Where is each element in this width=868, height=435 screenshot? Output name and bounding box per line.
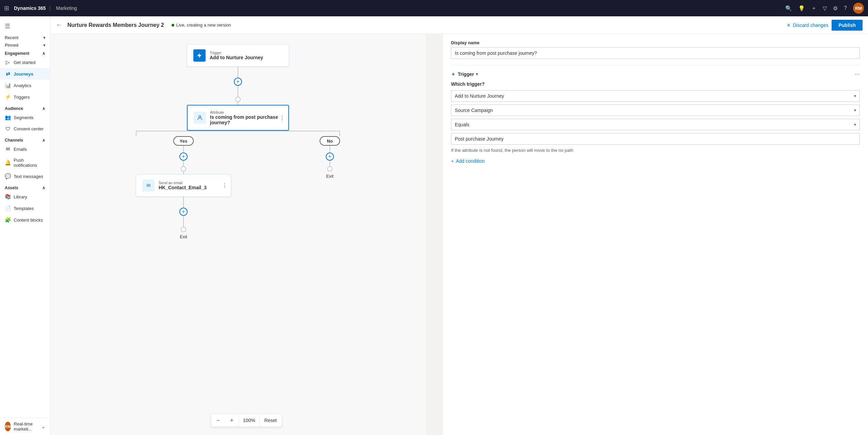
connector-line-3	[238, 102, 238, 105]
templates-icon: 📄	[5, 205, 11, 211]
trigger-dropdown[interactable]: Add to Nurture Journey ▾	[451, 90, 860, 102]
secondbar-actions: ✕ Discard changes Publish	[787, 20, 863, 31]
push-notifications-label: Push notifications	[14, 158, 45, 168]
content-blocks-label: Content blocks	[14, 218, 43, 223]
yes-label: Yes	[173, 136, 194, 146]
sidebar-bottom[interactable]: RM Real-time marketi... ⌄	[0, 418, 50, 435]
sidebar-item-content-blocks[interactable]: 🧩 Content blocks	[0, 214, 50, 226]
secondbar: ← Nurture Rewards Members Journey 2 Live…	[50, 16, 868, 34]
sidebar-recent[interactable]: Recent ▾	[5, 35, 45, 40]
no-add-step-button[interactable]: +	[326, 152, 334, 161]
user-avatar[interactable]: RM	[853, 3, 864, 14]
audience-section-label: Audience	[5, 106, 23, 111]
attribute-node-more-button[interactable]: ⋮	[279, 115, 285, 121]
status-badge: Live, creating a new version	[172, 22, 231, 28]
topbar: ⊞ Dynamics 365 | Marketing 🔍 💡 ＋ ▽ ⚙ ? R…	[0, 0, 868, 16]
settings-icon[interactable]: ⚙	[833, 5, 838, 12]
pinned-label: Pinned	[5, 43, 18, 48]
push-icon: 🔔	[5, 160, 11, 166]
yes-connector-line-3	[183, 172, 184, 174]
sidebar-org-chevron: ⌄	[42, 424, 45, 429]
assets-chevron: ∧	[42, 186, 45, 190]
attribute-node-icon	[194, 112, 206, 124]
search-icon[interactable]: 🔍	[785, 5, 792, 12]
panel-divider-1	[451, 65, 860, 65]
connector-line-2	[238, 86, 238, 97]
sidebar-item-templates[interactable]: 📄 Templates	[0, 203, 50, 214]
trigger-node[interactable]: Trigger Add to Nurture Journey	[187, 44, 289, 67]
back-button[interactable]: ←	[56, 21, 62, 29]
sidebar-item-analytics[interactable]: 📊 Analytics	[0, 80, 50, 91]
library-label: Library	[14, 194, 27, 199]
connector-circle-1	[235, 97, 241, 102]
post-purchase-input[interactable]	[451, 133, 860, 145]
zoom-reset-button[interactable]: Reset	[260, 414, 282, 426]
sidebar-item-get-started[interactable]: ▷ Get started	[0, 57, 50, 68]
add-condition-button[interactable]: + Add condition	[451, 158, 860, 164]
no-label: No	[320, 136, 340, 146]
yes-connector-line-2	[183, 161, 184, 166]
sidebar-item-segments[interactable]: 👥 Segments	[0, 112, 50, 123]
play-icon: ▷	[5, 59, 11, 65]
consent-center-label: Consent center	[14, 126, 44, 131]
recent-chevron: ▾	[43, 35, 45, 40]
email-node[interactable]: ✉ Send an email HK_Contact_Email_3 ⋮	[136, 174, 231, 197]
attribute-node[interactable]: Attribute Is coming from post purchase j…	[187, 105, 289, 131]
sidebar-item-library[interactable]: 📚 Library	[0, 191, 50, 203]
attribute-node-content: Attribute Is coming from post purchase j…	[210, 110, 282, 125]
close-icon: ✕	[787, 22, 791, 28]
filter-icon[interactable]: ▽	[823, 5, 827, 12]
journey-canvas[interactable]: Trigger Add to Nurture Journey +	[50, 34, 425, 435]
yes-exit-line-1	[183, 197, 184, 208]
grid-menu-icon[interactable]: ⊞	[4, 4, 9, 12]
sidebar: ☰ Recent ▾ Pinned ▾ Engagement ∧ ▷ Get s…	[0, 16, 50, 435]
channels-section-label: Channels	[5, 138, 23, 143]
add-condition-plus-icon: +	[451, 158, 454, 164]
sidebar-item-journeys[interactable]: ⇄ Journeys	[0, 68, 50, 80]
no-exit-label: Exit	[326, 174, 334, 179]
sidebar-item-emails[interactable]: ✉ Emails	[0, 143, 50, 155]
pinned-chevron: ▾	[43, 43, 45, 48]
analytics-icon: 📊	[5, 82, 11, 88]
lightbulb-icon[interactable]: 💡	[798, 5, 805, 12]
email-icon: ✉	[5, 146, 11, 152]
sidebar-item-triggers[interactable]: ⚡ Triggers	[0, 91, 50, 103]
yes-connector-circle	[181, 166, 186, 172]
sidebar-item-text-messages[interactable]: 💬 Text messages	[0, 171, 50, 182]
get-started-label: Get started	[14, 60, 35, 65]
sidebar-item-consent-center[interactable]: 🛡 Consent center	[0, 123, 50, 134]
sidebar-item-push-notifications[interactable]: 🔔 Push notifications	[0, 155, 50, 171]
content-blocks-icon: 🧩	[5, 217, 11, 223]
zoom-in-button[interactable]: +	[225, 414, 239, 426]
text-messages-icon: 💬	[5, 173, 11, 179]
publish-button[interactable]: Publish	[832, 20, 863, 31]
sidebar-menu-icon[interactable]: ☰	[0, 19, 50, 33]
yes-exit-circle	[181, 227, 186, 232]
yes-add-step-button-2[interactable]: +	[179, 208, 188, 216]
engagement-chevron: ∧	[42, 51, 45, 56]
app-name: Dynamics 365	[14, 5, 46, 11]
display-name-field: Display name	[451, 40, 860, 59]
equals-dropdown[interactable]: Equals ▾	[451, 119, 860, 130]
yes-add-step-button[interactable]: +	[179, 152, 188, 161]
sidebar-pinned[interactable]: Pinned ▾	[5, 43, 45, 48]
add-step-button-1[interactable]: +	[234, 78, 242, 86]
zoom-out-button[interactable]: −	[211, 414, 225, 426]
source-campaign-value: Source Campaign	[455, 108, 493, 113]
trigger-section-more[interactable]: ⋯	[854, 71, 860, 77]
help-icon[interactable]: ?	[844, 5, 847, 11]
display-name-input[interactable]	[451, 47, 860, 59]
trigger-node-content: Trigger Add to Nurture Journey	[210, 51, 263, 60]
trigger-node-main-label: Add to Nurture Journey	[210, 55, 263, 60]
analytics-label: Analytics	[14, 83, 31, 88]
display-name-label: Display name	[451, 40, 860, 45]
trigger-dropdown-value: Add to Nurture Journey	[455, 93, 504, 99]
recent-label: Recent	[5, 35, 18, 40]
source-campaign-dropdown[interactable]: Source Campaign ▾	[451, 104, 860, 116]
which-trigger-label: Which trigger?	[451, 81, 860, 87]
email-node-more-button[interactable]: ⋮	[222, 182, 227, 189]
plus-icon[interactable]: ＋	[811, 5, 817, 12]
yes-exit-label: Exit	[180, 234, 187, 239]
branch-labels: Yes + ✉ Send an email HK_Contact_Email_3…	[136, 136, 340, 239]
discard-button[interactable]: ✕ Discard changes	[787, 22, 828, 28]
